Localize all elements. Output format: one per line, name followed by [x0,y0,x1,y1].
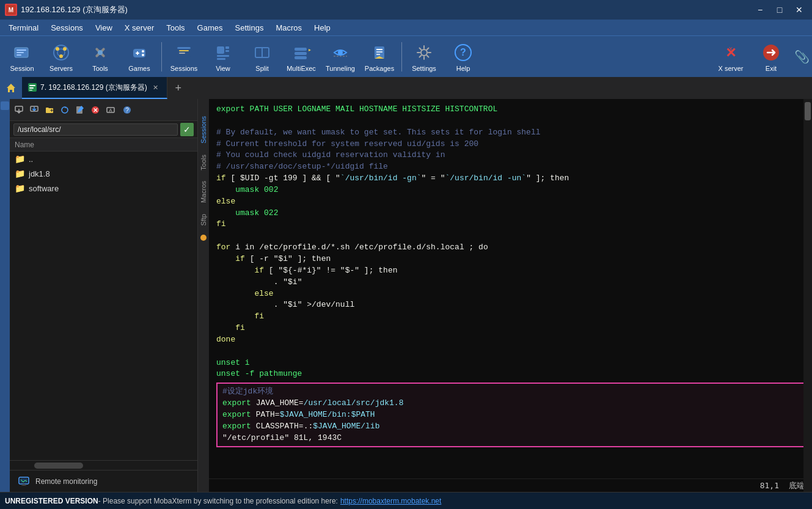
jdk-highlight-box: #设定jdk环境 export JAVA_HOME=/usr/local/src… [216,383,805,447]
file-download-button[interactable] [27,103,41,117]
view-icon [212,42,234,64]
file-list-header: Name [10,138,197,152]
menu-games[interactable]: Games [191,22,229,34]
active-tab[interactable]: 7. 192.168.126.129 (京淘服务器) ✕ [22,77,167,99]
session-icon [11,42,33,64]
collapse-btn[interactable] [1,101,9,110]
path-input[interactable] [13,123,178,136]
multiexec-icon [290,42,312,64]
svg-rect-24 [225,46,229,49]
svg-rect-27 [217,58,225,60]
menu-macros[interactable]: Macros [269,22,308,34]
file-scroll-handle[interactable] [34,463,83,469]
file-rename-button[interactable]: A [104,103,117,117]
menu-terminal[interactable]: Terminal [2,22,45,34]
servers-button[interactable]: Servers [42,38,81,75]
menu-view[interactable]: View [89,22,119,34]
path-ok-button[interactable]: ✓ [180,123,194,136]
file-refresh-button[interactable] [58,103,71,117]
svg-rect-21 [179,53,185,54]
terminal-scroll-handle[interactable] [805,102,811,120]
exit-icon [760,42,782,64]
help-icon: ? [452,42,474,64]
split-button[interactable]: Split [243,38,282,75]
sessions-button[interactable]: Sessions [164,38,203,75]
svg-rect-30 [294,48,307,51]
home-button[interactable] [0,77,22,99]
tab-bar: 7. 192.168.126.129 (京淘服务器) ✕ + [0,77,812,99]
side-tab-tools[interactable]: Tools [199,150,208,175]
remote-monitoring-bar: Remote monitoring [10,470,197,492]
svg-text:X: X [729,46,733,52]
close-button[interactable]: ✕ [791,4,807,16]
terminal-mode: 底端 [789,480,805,491]
file-newfolder-button[interactable]: + [43,103,56,117]
svg-rect-26 [217,55,229,57]
multiexec-button[interactable]: MultiExec [282,38,321,75]
file-item-software[interactable]: 📁 software [10,181,197,196]
folder-icon: 📁 [15,169,25,178]
status-message: - Please support MobaXterm by switching … [98,497,338,505]
terminal-content[interactable]: export PATH USER LOGNAME MAIL HOSTNAME H… [209,99,812,478]
menu-sessions[interactable]: Sessions [45,22,89,34]
view-button[interactable]: View [203,38,243,75]
file-upload-button[interactable] [12,103,26,117]
file-item-parent[interactable]: 📁 .. [10,152,197,166]
tab-close-button[interactable]: ✕ [151,82,161,92]
main-area: + ✕ A ? ✓ Name [0,99,812,492]
packages-label: Packages [365,65,394,72]
status-link[interactable]: https://mobaxterm.mobatek.net [340,497,441,505]
xserver-button[interactable]: ✕ X X server [709,38,753,75]
packages-button[interactable]: Packages [360,38,399,75]
side-tab-macros[interactable]: Macros [199,176,208,208]
remote-monitoring-button[interactable]: Remote monitoring [15,475,101,488]
title-bar: M 192.168.126.129 (京淘服务器) − □ ✕ [0,0,812,20]
side-dot-indicator [200,235,207,241]
help-button[interactable]: ? Help [444,38,483,75]
terminal-status-bar: 81,1 底端 [209,478,812,492]
settings-button[interactable]: Settings [404,38,444,75]
menu-tools[interactable]: Tools [160,22,191,34]
file-item-label: jdk1.8 [29,169,50,178]
session-button[interactable]: Session [2,38,42,75]
packages-icon [368,42,390,64]
side-tab-sessions[interactable]: Sessions [199,111,208,148]
help-label: Help [456,65,470,72]
add-tab-button[interactable]: + [167,77,189,99]
menu-settings[interactable]: Settings [229,22,270,34]
svg-rect-16 [136,53,139,54]
svg-point-41 [421,49,427,56]
exit-button[interactable]: Exit [753,38,789,75]
window-controls: − □ ✕ [752,4,807,16]
settings-icon [413,42,435,64]
svg-text:?: ? [125,107,129,114]
side-tab-sftp[interactable]: Sftp [199,209,208,231]
svg-rect-32 [294,56,307,59]
file-scroll-area[interactable] [10,460,197,470]
multiexec-label: MultiExec [287,65,316,72]
terminal-scrollbar[interactable] [803,99,812,492]
file-edit-button[interactable] [73,103,87,117]
file-item-jdk[interactable]: 📁 jdk1.8 [10,166,197,181]
unregistered-label: UNREGISTERED VERSION [5,497,98,505]
tunneling-button[interactable]: Tunneling [321,38,360,75]
xserver-icon: ✕ X [720,42,742,64]
settings-label: Settings [412,65,436,72]
terminal-text: export PATH USER LOGNAME MAIL HOSTNAME H… [216,104,805,380]
svg-point-34 [338,50,343,55]
menu-help[interactable]: Help [308,22,337,34]
maximize-button[interactable]: □ [772,4,788,16]
minimize-button[interactable]: − [752,4,768,16]
svg-text:+: + [50,108,53,114]
menu-xserver[interactable]: X server [119,22,160,34]
file-delete-button[interactable]: ✕ [89,103,102,117]
tools-icon [89,42,111,64]
svg-text:M: M [9,7,13,13]
games-button[interactable]: Games [120,38,159,75]
file-help-button[interactable]: ? [120,103,134,117]
svg-point-17 [142,50,144,53]
tools-button[interactable]: Tools [81,38,120,75]
view-label: View [216,65,230,72]
file-list[interactable]: 📁 .. 📁 jdk1.8 📁 software [10,152,197,460]
toolbar-separator-1 [161,42,162,71]
